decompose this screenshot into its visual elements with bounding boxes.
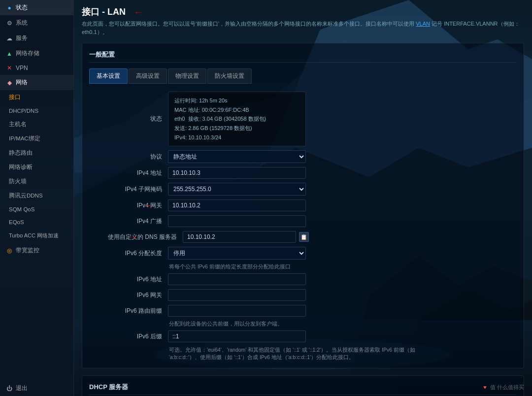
sidebar-item-eqos[interactable]: EQoS [0,216,73,229]
ipv4-addr-control [168,167,306,179]
ipv4-label: IPv4: [174,134,187,140]
receive-label: 接收: [188,116,200,122]
protocol-row: 协议 静态地址 DHCP 客户端 PPPoE 无 [89,150,517,163]
dns-control: 📋 [183,231,321,243]
mac-value: 00:0C:29:6F:DC:4B [202,107,249,113]
sidebar-item-label: 网络诊断 [9,164,33,171]
logout-icon: ⏻ [6,385,13,392]
sidebar-item-label: Turbo ACC 网络加速 [9,232,59,239]
status-icon: ● [6,4,13,11]
ipv6-addr-input[interactable] [168,273,306,285]
sidebar-item-ip-mac[interactable]: IP/MAC绑定 [0,132,73,146]
ipv4-broadcast-control [168,215,306,227]
page-header: 接口 - LAN ← [82,6,524,18]
tab-basic[interactable]: 基本设置 [89,68,128,84]
send-value: 2.86 GB (1529728 数据包) [188,125,252,131]
page-title: 接口 - LAN [82,6,126,18]
system-icon: ⚙ [6,20,13,27]
ipv4-mask-select[interactable]: 255.255.255.0 255.255.0.0 255.0.0.0 [168,183,306,196]
ipv4-addr-label: IPv4 地址 [89,169,168,177]
tab-firewall[interactable]: 防火墙设置 [207,68,252,84]
sidebar-item-hostname[interactable]: 主机名 [0,117,73,132]
interface-row: eth0 接收: 3.04 GB (3042058 数据包) [174,114,299,124]
sidebar-item-label: 接口 [9,94,21,101]
sidebar-item-static-routes[interactable]: 静态路由 [0,146,73,160]
ipv6-route-prefix-label: IPv6 路由前缀 [89,307,168,315]
sidebar-item-tencent-ddns[interactable]: 腾讯云DDNS [0,189,73,203]
sidebar-item-label: 网络 [16,78,28,87]
ipv6-gateway-label: IPv6 网关 [89,291,168,299]
ipv6-gateway-control [168,289,306,301]
sidebar-item-bandwidth-monitor[interactable]: ◎ 带宽监控 [0,243,73,258]
header-arrow-icon: ← [133,6,143,18]
ipv4-addr-input[interactable] [168,167,306,179]
ipv4-mask-label: IPv4 子网掩码 [89,185,168,194]
ipv6-route-prefix-input[interactable] [168,305,306,317]
ipv6-addr-label: IPv6 地址 [89,275,168,284]
ipv6-gateway-input[interactable] [168,289,306,301]
dns-copy-button[interactable]: 📋 [299,232,309,242]
ipv6-addr-row: IPv6 地址 [89,273,517,285]
vpn-icon: ✕ [6,65,13,71]
tab-advanced[interactable]: 高级设置 [129,68,167,84]
ipv4-value: 10.10.10.3/24 [188,134,221,140]
ipv6-suffix-row: IPv6 后缀 [89,330,517,342]
network-icon: ◆ [6,79,13,86]
main-content: 接口 - LAN ← 在此页面，您可以配置网络接口。您可以以逗号'前缀接口'，并… [74,0,532,396]
sidebar-item-label: 状态 [16,3,28,12]
sidebar-item-label: DHCP/DNS [9,108,38,114]
dhcp-server-section: DHCP 服务器 基本设置 IPv6 设置 忽略此接口 → 不在此接口提供 DH… [82,375,524,396]
mac-label: MAC 地址: [174,107,200,113]
dns-arrow-icon: → [129,232,137,242]
dns-input[interactable] [183,231,296,243]
sidebar-item-label: 系统 [16,19,28,27]
ipv6-route-prefix-row: IPv6 路由前缀 [89,305,517,317]
ipv4-broadcast-label: IPv4 广播 [89,217,168,226]
send-row: 发送: 2.86 GB (1529728 数据包) [174,124,299,133]
sidebar-item-logout[interactable]: ⏻ 退出 [0,381,73,396]
ipv4-broadcast-input[interactable] [168,215,306,227]
protocol-control: 静态地址 DHCP 客户端 PPPoE 无 [168,150,306,163]
bandwidth-icon: ◎ [6,247,13,254]
sidebar-item-sqm-qos[interactable]: SQM QoS [0,203,73,216]
uptime-text: 运行时间: 12h 5m 20s [174,96,299,105]
sidebar-item-system[interactable]: ⚙ 系统 [0,15,73,31]
ipv6-prefix-select[interactable]: 停用 48 56 60 62 63 64 [168,247,306,260]
sidebar-item-service[interactable]: ☁ 服务 [0,31,73,46]
sidebar-item-label: 腾讯云DDNS [9,192,43,199]
sidebar-item-dhcp-dns[interactable]: DHCP/DNS [0,104,73,117]
send-label: 发送: [174,125,187,131]
tab-physical[interactable]: 物理设置 [168,68,206,84]
general-config-title: 一般配置 [89,50,517,63]
ipv6-addr-control [168,273,306,285]
ipv6-prefix-hint: 将每个公共 IPv6 前缀的给定长度部分分配给此接口 [89,264,517,270]
sidebar-item-interfaces[interactable]: 接口 [0,90,73,104]
vlan-link[interactable]: VLAN [416,21,430,27]
ipv4-gateway-input[interactable] [168,199,306,211]
sidebar-item-firewall[interactable]: 防火墙 [0,174,73,189]
general-config-tabs: 基本设置 高级设置 物理设置 防火墙设置 [89,68,517,84]
sidebar-item-label: 服务 [16,34,28,42]
sidebar-item-network[interactable]: ◆ 网络 [0,75,73,90]
sidebar-item-label: EQoS [9,219,24,225]
ipv6-suffix-hint: 可选。允许值：'eui64'、'random' 和其他固定值（如 '::1' 或… [89,346,434,361]
sidebar-item-vpn[interactable]: ✕ VPN [0,61,73,75]
sidebar-item-label: 静态路由 [9,149,33,157]
service-icon: ☁ [6,35,13,42]
sidebar-item-label: IP/MAC绑定 [9,135,40,142]
sidebar-item-network-storage[interactable]: ▲ 网络存储 [0,46,73,61]
protocol-select[interactable]: 静态地址 DHCP 客户端 PPPoE 无 [168,150,306,163]
ipv6-route-prefix-control [168,305,306,317]
gateway-arrow-icon: → [143,200,152,211]
ipv6-suffix-label: IPv6 后缀 [89,332,168,341]
sidebar-item-status[interactable]: ● 状态 [0,0,73,15]
ipv4-mask-row: IPv4 子网掩码 255.255.255.0 255.255.0.0 255.… [89,183,517,196]
sidebar-item-turbo-acc[interactable]: Turbo ACC 网络加速 [0,229,73,243]
sidebar-item-network-diag[interactable]: 网络诊断 [0,160,73,174]
ipv6-gateway-row: IPv6 网关 [89,289,517,301]
interface-name: eth0 [174,116,185,122]
sidebar-item-label: SQM QoS [9,206,34,212]
status-row: 状态 运行时间: 12h 5m 20s MAC 地址: 00:0C:29:6F:… [89,92,517,146]
ipv6-suffix-input[interactable] [168,330,306,342]
ipv4-gateway-label: IPv4 网关 [89,201,168,210]
